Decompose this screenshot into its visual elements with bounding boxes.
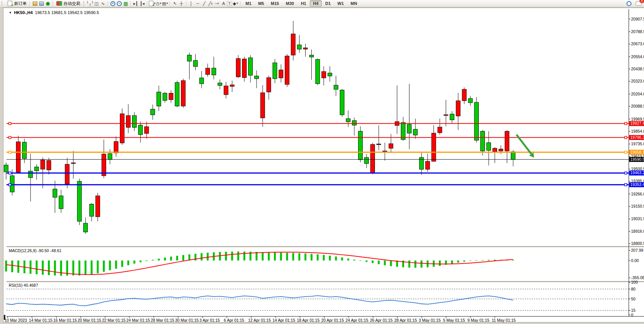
line-handle[interactable] bbox=[9, 184, 11, 186]
chart-symbol-period: HK50-,H4 bbox=[14, 10, 33, 15]
divider bbox=[53, 1, 53, 6]
line-handle[interactable] bbox=[9, 122, 11, 125]
autotrading-button[interactable]: 自动交易 bbox=[54, 0, 82, 7]
timeframe-H1[interactable]: H1 bbox=[298, 0, 309, 6]
macd-histogram-bar bbox=[91, 260, 92, 275]
macd-histogram-bar bbox=[512, 260, 514, 260]
candle-body bbox=[206, 68, 210, 75]
timeframe-M15[interactable]: M15 bbox=[268, 0, 282, 6]
divider bbox=[240, 1, 241, 6]
line-chart-icon[interactable]: ∿ bbox=[100, 1, 106, 6]
candle-body bbox=[407, 124, 411, 133]
candle-body bbox=[175, 83, 179, 106]
macd-signal-line bbox=[6, 252, 513, 275]
line-handle[interactable] bbox=[625, 122, 627, 125]
line-handle[interactable] bbox=[9, 172, 11, 174]
timeframe-M1[interactable]: M1 bbox=[242, 0, 254, 6]
autotrading-icon bbox=[56, 1, 62, 6]
macd-histogram-bar bbox=[378, 260, 380, 264]
zoom-in-icon[interactable]: + bbox=[110, 1, 116, 6]
price-badge-label: 19463.2 bbox=[630, 170, 644, 175]
candle-body bbox=[4, 165, 8, 172]
candlestick-chart-icon[interactable]: ◫ bbox=[93, 1, 100, 6]
macd-histogram-bar bbox=[225, 252, 227, 260]
candle-body bbox=[255, 76, 259, 79]
toolbar-grip bbox=[83, 1, 86, 6]
time-axis-label: 20 Mar 01:15 bbox=[78, 318, 101, 322]
collapse-triangle-icon[interactable]: ▼ bbox=[9, 11, 12, 14]
candle-body bbox=[132, 116, 137, 127]
cursor-icon[interactable]: ↖ bbox=[172, 1, 178, 6]
macd-histogram-bar bbox=[335, 256, 337, 260]
text-icon[interactable]: A bbox=[220, 1, 227, 6]
zoom-out-icon[interactable]: − bbox=[116, 1, 123, 6]
candle-body bbox=[511, 152, 515, 159]
timeframe-MN[interactable]: MN bbox=[348, 0, 360, 6]
time-axis-label: 14 Apr 01:15 bbox=[273, 318, 295, 322]
fibonacci-icon[interactable]: ┄F bbox=[214, 1, 220, 6]
timeframe-M30[interactable]: M30 bbox=[283, 0, 297, 6]
search-icon[interactable] bbox=[626, 1, 632, 6]
line-handle[interactable] bbox=[625, 184, 627, 186]
chart-surface[interactable]: 20907.520788.520673.020554.020438.520323… bbox=[3, 8, 644, 322]
candle-body bbox=[181, 81, 185, 106]
line-handle[interactable] bbox=[625, 151, 627, 153]
candle-body bbox=[224, 86, 228, 95]
candle-body bbox=[212, 68, 216, 75]
price-axis-label: 20554.0 bbox=[631, 54, 644, 59]
signals-icon[interactable]: ◉ bbox=[45, 1, 51, 6]
timeframe-W1[interactable]: W1 bbox=[335, 0, 347, 6]
indicators-icon[interactable]: ▾ bbox=[149, 1, 155, 6]
tile-windows-icon[interactable]: ▦ bbox=[123, 1, 129, 6]
arrows-icon[interactable]: ◆▾ bbox=[232, 1, 239, 6]
candle-body bbox=[499, 149, 503, 151]
vertical-line-icon[interactable]: │ bbox=[188, 1, 194, 6]
navigator-icon[interactable] bbox=[38, 1, 45, 6]
macd-histogram-bar bbox=[237, 251, 239, 260]
macd-axis-label: -355.08 bbox=[631, 275, 644, 280]
timeframe-H4[interactable]: H4 bbox=[310, 0, 321, 6]
scroll-nub[interactable] bbox=[4, 315, 5, 320]
bar-chart-icon[interactable]: ╵╷╵ bbox=[87, 1, 93, 6]
candle-body bbox=[371, 145, 375, 173]
templates-icon[interactable]: ▤▾ bbox=[162, 1, 168, 6]
candle-body bbox=[108, 154, 112, 159]
candle-body bbox=[187, 55, 191, 61]
horizontal-line-icon[interactable]: ─ bbox=[194, 1, 201, 6]
line-handle[interactable] bbox=[625, 137, 627, 139]
notification-badge: 1 bbox=[639, 0, 644, 3]
time-axis-label: 24 Mar 01:15 bbox=[126, 318, 150, 322]
macd-histogram-bar bbox=[121, 260, 123, 267]
line-handle[interactable] bbox=[9, 137, 11, 139]
trendline-icon[interactable]: ╱ bbox=[201, 1, 207, 6]
line-handle[interactable] bbox=[9, 151, 11, 153]
candle-body bbox=[340, 90, 344, 115]
auto-scroll-icon[interactable]: ▸┃ bbox=[132, 1, 139, 6]
periods-icon[interactable]: ◷▾ bbox=[155, 1, 162, 6]
macd-histogram-bar bbox=[115, 260, 117, 269]
market-watch-icon[interactable] bbox=[32, 1, 38, 6]
line-handle[interactable] bbox=[625, 172, 627, 174]
timeframe-D1[interactable]: D1 bbox=[322, 0, 334, 6]
candle-body bbox=[444, 115, 448, 116]
pane-separator[interactable] bbox=[6, 281, 644, 282]
chart-shift-icon[interactable]: ┃◂ bbox=[139, 1, 145, 6]
new-order-button[interactable]: 新订单 bbox=[5, 0, 28, 7]
timeframe-M5[interactable]: M5 bbox=[255, 0, 267, 6]
time-axis-label: 28 Mar 01:15 bbox=[151, 318, 174, 322]
macd-histogram-bar bbox=[451, 260, 453, 264]
time-axis-label: 18 Apr 01:15 bbox=[297, 318, 320, 322]
text-label-icon[interactable]: T bbox=[227, 1, 232, 6]
chat-icon[interactable]: 1 bbox=[635, 1, 642, 6]
crosshair-icon[interactable]: ┼ bbox=[178, 1, 185, 6]
candle-body bbox=[126, 116, 131, 127]
macd-histogram-bar bbox=[243, 252, 245, 260]
macd-histogram-bar bbox=[219, 252, 221, 260]
equidistant-channel-icon[interactable]: ╱E bbox=[207, 1, 214, 6]
macd-histogram-bar bbox=[292, 253, 294, 260]
candle-body bbox=[334, 85, 338, 89]
price-chart-canvas[interactable]: 20907.520788.520673.020554.020438.520323… bbox=[3, 1, 644, 324]
candle-body bbox=[120, 114, 124, 143]
pane-separator[interactable] bbox=[6, 246, 644, 247]
divider bbox=[108, 1, 108, 6]
